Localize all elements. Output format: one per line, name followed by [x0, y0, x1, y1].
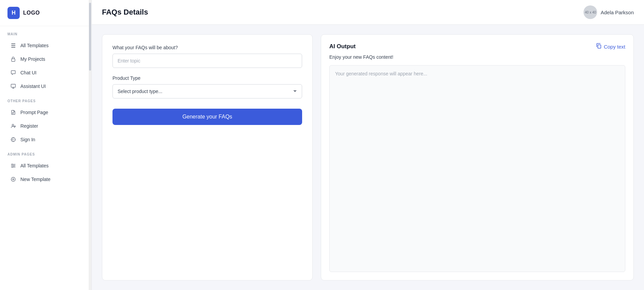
topic-field: What your FAQs will be about?: [112, 45, 302, 68]
sidebar-item-label: Prompt Page: [20, 110, 48, 115]
sidebar-item-assistant-ui[interactable]: Assistant UI: [3, 80, 89, 93]
svg-point-6: [12, 167, 13, 168]
sidebar-item-my-projects[interactable]: My Projects: [3, 53, 89, 66]
main-content: FAQs Details 40 x 40 Adela Parkson What …: [92, 0, 644, 290]
topic-label: What your FAQs will be about?: [112, 45, 302, 50]
sidebar-main-label: MAIN: [0, 26, 91, 39]
avatar: 40 x 40: [584, 5, 597, 19]
sidebar-item-register[interactable]: Register: [3, 120, 89, 132]
generate-faqs-button[interactable]: Generate your FAQs: [112, 109, 302, 125]
content-area: What your FAQs will be about? Product Ty…: [92, 25, 644, 290]
sidebar-scrollbar[interactable]: [89, 0, 91, 290]
logo-letter: H: [12, 10, 16, 16]
avatar-label: 40 x 40: [585, 11, 596, 14]
svg-rect-0: [12, 59, 15, 61]
sidebar-logo[interactable]: H LOGO: [0, 0, 91, 26]
sidebar-item-label: Assistant UI: [20, 84, 46, 89]
document-icon: [10, 109, 16, 115]
product-type-select[interactable]: Select product type... Physical Product …: [112, 84, 302, 98]
sidebar-other-label: OTHER PAGES: [0, 93, 91, 106]
copy-icon: [596, 43, 602, 50]
svg-rect-1: [11, 84, 16, 87]
sidebar-item-sign-in[interactable]: Sign In: [3, 133, 89, 146]
sidebar-item-label: Register: [20, 123, 38, 129]
product-type-label: Product Type: [112, 75, 302, 81]
output-content-box: Your generated response will appear here…: [329, 65, 625, 272]
output-title: AI Output: [329, 43, 355, 50]
svg-point-2: [12, 124, 14, 126]
svg-rect-8: [598, 45, 601, 48]
user-name: Adela Parkson: [601, 10, 634, 15]
page-title: FAQs Details: [102, 8, 148, 17]
plus-circle-icon: [10, 176, 16, 182]
sliders-icon: [10, 163, 16, 169]
sidebar-item-chat-ui[interactable]: Chat UI: [3, 66, 89, 79]
sidebar-scrollbar-thumb: [89, 3, 91, 71]
logo-box: H: [7, 7, 20, 19]
sidebar-admin-label: ADMIN PAGES: [0, 146, 91, 159]
sidebar-item-label: New Template: [20, 177, 50, 182]
sidebar-item-label: All Templates: [20, 43, 49, 48]
sidebar-item-label: Chat UI: [20, 70, 36, 75]
sidebar-item-label: My Projects: [20, 56, 45, 62]
sidebar: H LOGO MAIN ☰ All Templates My Projects …: [0, 0, 92, 290]
sidebar-item-prompt-page[interactable]: Prompt Page: [3, 106, 89, 119]
menu-icon: ☰: [10, 42, 16, 49]
output-header: AI Output Copy text: [329, 43, 625, 50]
topic-input[interactable]: [112, 54, 302, 68]
output-subtitle: Enjoy your new FAQs content!: [329, 54, 625, 60]
copy-text-button[interactable]: Copy text: [596, 43, 625, 50]
person-add-icon: [10, 123, 16, 129]
lock-icon: [10, 56, 16, 62]
signin-icon: [10, 137, 16, 143]
sidebar-item-admin-all-templates[interactable]: All Templates: [3, 159, 89, 172]
logo-text: LOGO: [23, 10, 40, 16]
sidebar-item-label: Sign In: [20, 137, 35, 142]
user-info: 40 x 40 Adela Parkson: [584, 5, 634, 19]
sidebar-item-all-templates[interactable]: ☰ All Templates: [3, 39, 89, 52]
sidebar-item-new-template[interactable]: New Template: [3, 173, 89, 186]
svg-point-4: [12, 164, 13, 165]
sidebar-item-label: All Templates: [20, 163, 49, 168]
form-panel: What your FAQs will be about? Product Ty…: [102, 34, 313, 280]
output-panel: AI Output Copy text Enjoy your new FAQs …: [321, 34, 634, 280]
header: FAQs Details 40 x 40 Adela Parkson: [92, 0, 644, 25]
monitor-icon: [10, 83, 16, 89]
output-placeholder: Your generated response will appear here…: [335, 71, 427, 76]
product-type-field: Product Type Select product type... Phys…: [112, 75, 302, 98]
svg-point-5: [14, 165, 15, 166]
copy-text-label: Copy text: [604, 44, 625, 50]
chat-icon: [10, 70, 16, 76]
